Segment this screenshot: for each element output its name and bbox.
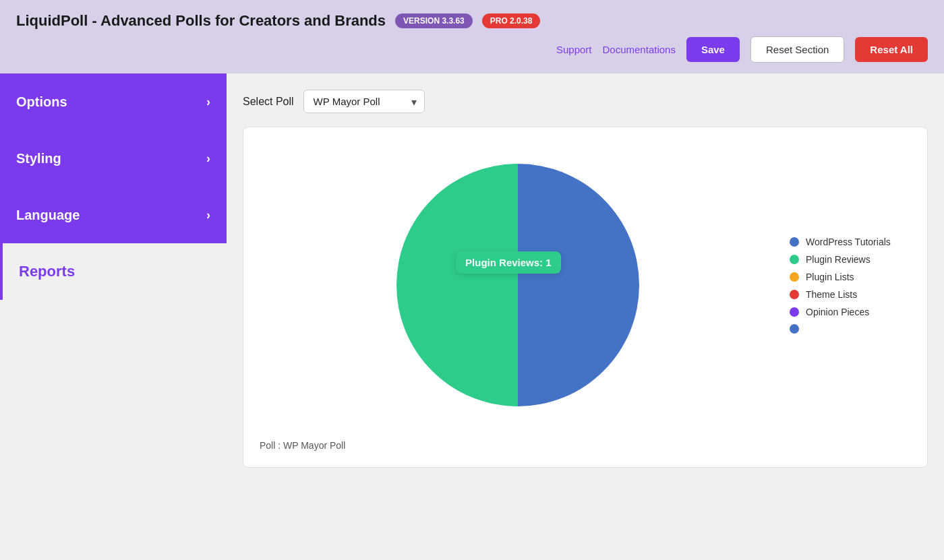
sidebar-item-language[interactable]: Language › bbox=[0, 187, 227, 243]
header-top: LiquidPoll - Advanced Polls for Creators… bbox=[16, 12, 928, 30]
content-area: Select Poll WP Mayor Poll Poll 2 Poll 3 bbox=[227, 73, 944, 539]
legend-item-plugin-reviews: Plugin Reviews bbox=[790, 254, 911, 265]
legend-item-plugin-lists: Plugin Lists bbox=[790, 272, 911, 282]
version-badge: VERSION 3.3.63 bbox=[395, 13, 473, 28]
docs-link[interactable]: Documentations bbox=[603, 44, 676, 55]
sidebar-item-options[interactable]: Options › bbox=[0, 73, 227, 130]
reset-section-button[interactable]: Reset Section bbox=[750, 36, 844, 63]
legend-item-wordpress-tutorials: WordPress Tutorials bbox=[790, 237, 911, 247]
chevron-right-icon-options: › bbox=[206, 95, 210, 109]
chart-legend: WordPress Tutorials Plugin Reviews Plugi… bbox=[776, 237, 911, 334]
select-poll-row: Select Poll WP Mayor Poll Poll 2 Poll 3 bbox=[243, 90, 928, 113]
chevron-right-icon-language: › bbox=[206, 208, 210, 222]
chart-footer-text: Poll : WP Mayor Poll bbox=[260, 440, 345, 451]
legend-label-plugin-reviews: Plugin Reviews bbox=[806, 254, 871, 265]
chart-area: Plugin Reviews: 1 WordPress Tutorials Pl… bbox=[260, 144, 911, 427]
sidebar-item-label-reports: Reports bbox=[19, 263, 75, 280]
header: LiquidPoll - Advanced Polls for Creators… bbox=[0, 0, 944, 73]
select-poll-label: Select Poll bbox=[243, 96, 294, 108]
pro-badge: PRO 2.0.38 bbox=[482, 13, 541, 28]
chart-card: Plugin Reviews: 1 WordPress Tutorials Pl… bbox=[243, 127, 928, 468]
poll-select-wrapper[interactable]: WP Mayor Poll Poll 2 Poll 3 bbox=[303, 90, 425, 113]
legend-item-theme-lists: Theme Lists bbox=[790, 289, 911, 300]
support-link[interactable]: Support bbox=[556, 44, 592, 55]
chart-footer: Poll : WP Mayor Poll bbox=[260, 435, 911, 451]
poll-select[interactable]: WP Mayor Poll Poll 2 Poll 3 bbox=[303, 90, 425, 113]
header-actions: Support Documentations Save Reset Sectio… bbox=[16, 36, 928, 63]
sidebar: Options › Styling › Language › Reports bbox=[0, 73, 227, 539]
sidebar-item-label-language: Language bbox=[16, 208, 80, 223]
legend-dot-wordpress-tutorials bbox=[790, 237, 799, 247]
legend-dot-theme-lists bbox=[790, 290, 799, 299]
sidebar-item-label-options: Options bbox=[16, 94, 67, 110]
reset-all-button[interactable]: Reset All bbox=[855, 37, 928, 62]
legend-label-plugin-lists: Plugin Lists bbox=[806, 272, 854, 282]
legend-label-wordpress-tutorials: WordPress Tutorials bbox=[806, 237, 891, 247]
legend-dot-extra bbox=[790, 324, 799, 334]
chevron-right-icon-styling: › bbox=[206, 152, 210, 166]
app-title: LiquidPoll - Advanced Polls for Creators… bbox=[16, 12, 386, 30]
sidebar-item-styling[interactable]: Styling › bbox=[0, 130, 227, 187]
sidebar-item-reports[interactable]: Reports bbox=[0, 243, 227, 300]
main-layout: Options › Styling › Language › Reports S… bbox=[0, 73, 944, 539]
legend-label-opinion-pieces: Opinion Pieces bbox=[806, 307, 869, 317]
legend-label-theme-lists: Theme Lists bbox=[806, 289, 857, 300]
save-button[interactable]: Save bbox=[686, 37, 740, 62]
pie-chart bbox=[376, 144, 659, 427]
sidebar-item-label-styling: Styling bbox=[16, 151, 61, 166]
legend-dot-opinion-pieces bbox=[790, 307, 799, 317]
pie-container: Plugin Reviews: 1 bbox=[260, 144, 776, 427]
legend-dot-plugin-lists bbox=[790, 272, 799, 282]
legend-dot-plugin-reviews bbox=[790, 255, 799, 264]
legend-item-extra bbox=[790, 324, 911, 334]
legend-item-opinion-pieces: Opinion Pieces bbox=[790, 307, 911, 317]
